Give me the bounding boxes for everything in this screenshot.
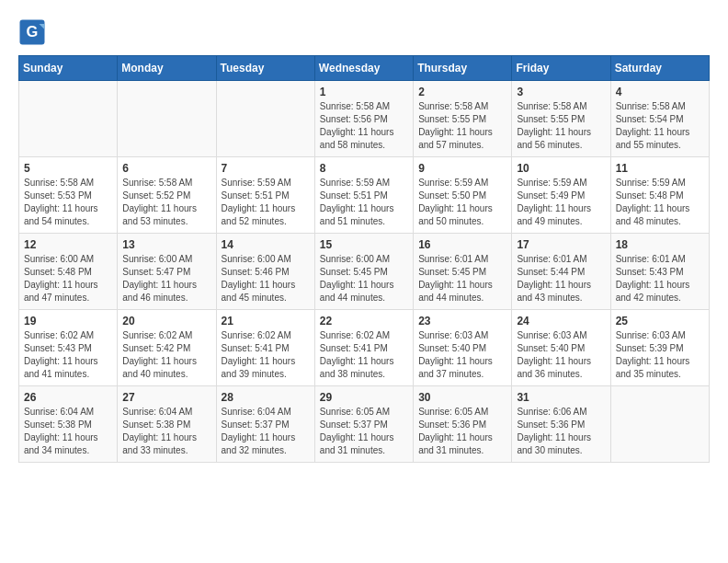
day-number: 26 — [24, 391, 112, 404]
day-info: Sunrise: 6:02 AM Sunset: 5:43 PM Dayligh… — [24, 329, 112, 381]
day-info: Sunrise: 6:06 AM Sunset: 5:36 PM Dayligh… — [517, 406, 605, 457]
day-info: Sunrise: 6:05 AM Sunset: 5:37 PM Dayligh… — [320, 406, 408, 457]
day-number: 7 — [222, 162, 310, 175]
calendar-cell: 4Sunrise: 5:58 AM Sunset: 5:54 PM Daylig… — [610, 81, 709, 157]
calendar-cell: 15Sunrise: 6:00 AM Sunset: 5:45 PM Dayli… — [314, 234, 413, 310]
calendar-week-row: 1Sunrise: 5:58 AM Sunset: 5:56 PM Daylig… — [19, 81, 710, 157]
calendar-cell: 9Sunrise: 5:59 AM Sunset: 5:50 PM Daylig… — [414, 157, 512, 234]
day-number: 27 — [122, 391, 210, 404]
calendar-cell: 25Sunrise: 6:03 AM Sunset: 5:39 PM Dayli… — [610, 310, 709, 386]
day-number: 15 — [320, 238, 408, 251]
weekday-header-saturday: Saturday — [610, 56, 709, 81]
day-number: 6 — [122, 162, 210, 175]
calendar-cell — [19, 81, 118, 157]
calendar-cell: 28Sunrise: 6:04 AM Sunset: 5:37 PM Dayli… — [216, 386, 314, 463]
day-number: 28 — [222, 391, 310, 404]
day-info: Sunrise: 5:59 AM Sunset: 5:48 PM Dayligh… — [616, 177, 704, 228]
day-info: Sunrise: 6:01 AM Sunset: 5:45 PM Dayligh… — [418, 253, 506, 304]
calendar-cell: 12Sunrise: 6:00 AM Sunset: 5:48 PM Dayli… — [19, 234, 118, 310]
day-number: 18 — [616, 238, 704, 251]
day-info: Sunrise: 6:02 AM Sunset: 5:41 PM Dayligh… — [320, 329, 408, 381]
weekday-header-wednesday: Wednesday — [314, 56, 413, 81]
calendar-cell: 26Sunrise: 6:04 AM Sunset: 5:38 PM Dayli… — [19, 386, 118, 463]
calendar-cell: 17Sunrise: 6:01 AM Sunset: 5:44 PM Dayli… — [512, 234, 610, 310]
calendar-cell: 22Sunrise: 6:02 AM Sunset: 5:41 PM Dayli… — [314, 310, 413, 386]
calendar-cell: 16Sunrise: 6:01 AM Sunset: 5:45 PM Dayli… — [414, 234, 512, 310]
calendar-week-row: 19Sunrise: 6:02 AM Sunset: 5:43 PM Dayli… — [19, 310, 710, 386]
day-info: Sunrise: 5:59 AM Sunset: 5:51 PM Dayligh… — [320, 177, 408, 228]
calendar-cell — [118, 81, 216, 157]
logo-icon: G — [18, 18, 46, 46]
day-number: 10 — [517, 162, 605, 175]
calendar-cell: 19Sunrise: 6:02 AM Sunset: 5:43 PM Dayli… — [19, 310, 118, 386]
day-number: 23 — [418, 315, 506, 327]
day-info: Sunrise: 5:58 AM Sunset: 5:55 PM Dayligh… — [418, 100, 506, 152]
calendar-cell: 5Sunrise: 5:58 AM Sunset: 5:53 PM Daylig… — [19, 157, 118, 234]
day-info: Sunrise: 6:02 AM Sunset: 5:41 PM Dayligh… — [222, 329, 310, 381]
day-info: Sunrise: 5:58 AM Sunset: 5:56 PM Dayligh… — [320, 100, 408, 152]
day-info: Sunrise: 5:59 AM Sunset: 5:50 PM Dayligh… — [418, 177, 506, 228]
calendar-table: SundayMondayTuesdayWednesdayThursdayFrid… — [18, 55, 710, 463]
day-number: 14 — [222, 238, 310, 251]
calendar-cell: 18Sunrise: 6:01 AM Sunset: 5:43 PM Dayli… — [610, 234, 709, 310]
day-info: Sunrise: 5:58 AM Sunset: 5:54 PM Dayligh… — [616, 100, 704, 152]
calendar-cell: 8Sunrise: 5:59 AM Sunset: 5:51 PM Daylig… — [314, 157, 413, 234]
calendar-cell: 1Sunrise: 5:58 AM Sunset: 5:56 PM Daylig… — [314, 81, 413, 157]
weekday-header-thursday: Thursday — [414, 56, 512, 81]
day-info: Sunrise: 5:58 AM Sunset: 5:53 PM Dayligh… — [24, 177, 112, 228]
day-info: Sunrise: 5:59 AM Sunset: 5:51 PM Dayligh… — [222, 177, 310, 228]
day-number: 8 — [320, 162, 408, 175]
calendar-cell: 3Sunrise: 5:58 AM Sunset: 5:55 PM Daylig… — [512, 81, 610, 157]
calendar-cell: 2Sunrise: 5:58 AM Sunset: 5:55 PM Daylig… — [414, 81, 512, 157]
day-number: 9 — [418, 162, 506, 175]
calendar-cell: 14Sunrise: 6:00 AM Sunset: 5:46 PM Dayli… — [216, 234, 314, 310]
calendar-cell: 29Sunrise: 6:05 AM Sunset: 5:37 PM Dayli… — [314, 386, 413, 463]
day-info: Sunrise: 6:04 AM Sunset: 5:38 PM Dayligh… — [122, 406, 210, 457]
day-number: 2 — [418, 86, 506, 98]
calendar-cell: 11Sunrise: 5:59 AM Sunset: 5:48 PM Dayli… — [610, 157, 709, 234]
calendar-cell: 20Sunrise: 6:02 AM Sunset: 5:42 PM Dayli… — [118, 310, 216, 386]
day-number: 21 — [222, 315, 310, 327]
day-number: 5 — [24, 162, 112, 175]
day-info: Sunrise: 6:03 AM Sunset: 5:40 PM Dayligh… — [517, 329, 605, 381]
day-info: Sunrise: 6:01 AM Sunset: 5:44 PM Dayligh… — [517, 253, 605, 304]
calendar-cell: 23Sunrise: 6:03 AM Sunset: 5:40 PM Dayli… — [414, 310, 512, 386]
day-info: Sunrise: 6:03 AM Sunset: 5:40 PM Dayligh… — [418, 329, 506, 381]
calendar-week-row: 5Sunrise: 5:58 AM Sunset: 5:53 PM Daylig… — [19, 157, 710, 234]
page-header: G — [18, 18, 710, 46]
day-info: Sunrise: 6:03 AM Sunset: 5:39 PM Dayligh… — [616, 329, 704, 381]
day-info: Sunrise: 6:05 AM Sunset: 5:36 PM Dayligh… — [418, 406, 506, 457]
day-number: 13 — [122, 238, 210, 251]
calendar-week-row: 12Sunrise: 6:00 AM Sunset: 5:48 PM Dayli… — [19, 234, 710, 310]
day-number: 29 — [320, 391, 408, 404]
calendar-cell — [610, 386, 709, 463]
calendar-cell: 27Sunrise: 6:04 AM Sunset: 5:38 PM Dayli… — [118, 386, 216, 463]
day-info: Sunrise: 5:58 AM Sunset: 5:52 PM Dayligh… — [122, 177, 210, 228]
day-info: Sunrise: 6:00 AM Sunset: 5:47 PM Dayligh… — [122, 253, 210, 304]
weekday-header-tuesday: Tuesday — [216, 56, 314, 81]
calendar-cell: 30Sunrise: 6:05 AM Sunset: 5:36 PM Dayli… — [414, 386, 512, 463]
calendar-cell: 13Sunrise: 6:00 AM Sunset: 5:47 PM Dayli… — [118, 234, 216, 310]
day-info: Sunrise: 6:04 AM Sunset: 5:37 PM Dayligh… — [222, 406, 310, 457]
calendar-header: SundayMondayTuesdayWednesdayThursdayFrid… — [19, 56, 710, 81]
calendar-week-row: 26Sunrise: 6:04 AM Sunset: 5:38 PM Dayli… — [19, 386, 710, 463]
day-number: 31 — [517, 391, 605, 404]
calendar-cell — [216, 81, 314, 157]
day-number: 22 — [320, 315, 408, 327]
day-info: Sunrise: 6:00 AM Sunset: 5:46 PM Dayligh… — [222, 253, 310, 304]
day-info: Sunrise: 5:59 AM Sunset: 5:49 PM Dayligh… — [517, 177, 605, 228]
day-number: 16 — [418, 238, 506, 251]
calendar-cell: 31Sunrise: 6:06 AM Sunset: 5:36 PM Dayli… — [512, 386, 610, 463]
day-info: Sunrise: 5:58 AM Sunset: 5:55 PM Dayligh… — [517, 100, 605, 152]
day-info: Sunrise: 6:00 AM Sunset: 5:48 PM Dayligh… — [24, 253, 112, 304]
day-number: 11 — [616, 162, 704, 175]
day-info: Sunrise: 6:01 AM Sunset: 5:43 PM Dayligh… — [616, 253, 704, 304]
day-number: 30 — [418, 391, 506, 404]
calendar-cell: 10Sunrise: 5:59 AM Sunset: 5:49 PM Dayli… — [512, 157, 610, 234]
day-number: 17 — [517, 238, 605, 251]
weekday-header-sunday: Sunday — [19, 56, 118, 81]
calendar-cell: 21Sunrise: 6:02 AM Sunset: 5:41 PM Dayli… — [216, 310, 314, 386]
calendar-cell: 24Sunrise: 6:03 AM Sunset: 5:40 PM Dayli… — [512, 310, 610, 386]
calendar-body: 1Sunrise: 5:58 AM Sunset: 5:56 PM Daylig… — [19, 81, 710, 463]
logo: G — [18, 18, 50, 46]
